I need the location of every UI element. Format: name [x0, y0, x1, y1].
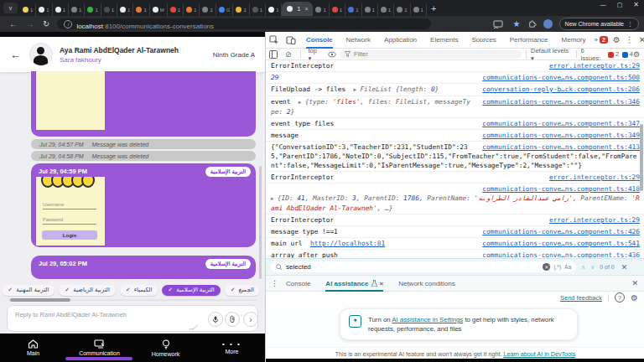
tab-sources[interactable]: Sources: [471, 32, 496, 49]
live-expression-eye-icon[interactable]: [328, 51, 336, 58]
message-bubble-text[interactable]: Jul 29, 05:02 PM التربية الإسلامية: [31, 256, 256, 279]
message-bubble-image[interactable]: [31, 71, 256, 137]
filter-chip[interactable]: التربية الرياضية✓: [59, 285, 116, 296]
source-link[interactable]: communications-conve…ns.component.ts:500: [482, 73, 640, 82]
chrome-menu-icon[interactable]: ⋮: [627, 21, 633, 28]
browser-tab[interactable]: 1: [101, 3, 117, 16]
browser-tab[interactable]: 1: [362, 3, 378, 16]
console-log-row[interactable]: communications-conve…ns.component.ts:413…: [266, 142, 644, 172]
inspect-element-icon[interactable]: [269, 35, 279, 45]
device-toolbar-icon[interactable]: [286, 35, 296, 45]
console-log-row[interactable]: error.interceptor.ts:29ErrorInterceptor: [266, 215, 644, 226]
tab-elements[interactable]: Elements: [430, 32, 458, 49]
browser-tab[interactable]: 1: [200, 3, 216, 16]
ai-settings-gear-icon[interactable]: ⚙: [631, 293, 638, 303]
console-log-row[interactable]: communications-conve…ns.component.ts:418…: [266, 184, 644, 215]
browser-tab[interactable]: 1: [233, 3, 249, 16]
ai-settings-link[interactable]: AI assistance in Settings: [392, 316, 463, 323]
drawer-menu-icon[interactable]: ⋮: [271, 279, 278, 287]
filter-chip[interactable]: الجميع✓: [225, 285, 260, 296]
mic-button[interactable]: [208, 312, 223, 327]
log-levels-selector[interactable]: Default levels ▾: [531, 47, 572, 62]
match-case-toggle[interactable]: Aa: [564, 264, 571, 270]
search-input[interactable]: selected ✕ (.*) Aa: [271, 261, 576, 272]
message-bubble-login-image[interactable]: Jul 29, 04:59 PM التربية الإسلامية Usern…: [31, 163, 256, 247]
profile-avatar[interactable]: [543, 19, 553, 28]
console-log-row[interactable]: conversation-reply-b…ck.component.ts:286…: [266, 84, 644, 96]
bookmark-star-icon[interactable]: ★: [513, 19, 521, 28]
source-link[interactable]: communications-conve…ns.component.ts:413: [482, 142, 640, 152]
console-log-row[interactable]: communications-conve…ns.component.ts:347…: [266, 118, 644, 130]
devtools-menu-icon[interactable]: ⋮: [626, 35, 634, 44]
site-info-icon[interactable]: i: [64, 20, 72, 28]
error-count-badge[interactable]: 2: [600, 36, 608, 44]
close-ai-tab-icon[interactable]: ×: [380, 280, 384, 287]
tab-console[interactable]: Console: [306, 32, 333, 49]
drawer-tab-console[interactable]: Console: [286, 275, 310, 292]
browser-tab[interactable]: 1: [133, 3, 149, 16]
browser-tab[interactable]: 1: [378, 3, 394, 16]
console-log-row[interactable]: communications-conve…ns.component.ts:436…: [266, 250, 644, 258]
nav-homework[interactable]: Homework: [132, 334, 199, 362]
console-log-row[interactable]: error.interceptor.ts:29ErrorInterceptor: [266, 172, 644, 184]
console-sidebar-icon[interactable]: [269, 50, 278, 59]
source-link[interactable]: communications-conve…ns.component.ts:418: [482, 184, 640, 194]
browser-tab[interactable]: G: [216, 3, 234, 16]
browser-tab[interactable]: 1: [330, 3, 345, 16]
regex-toggle[interactable]: (.*): [553, 264, 561, 270]
source-link[interactable]: communications-conve…ns.component.ts:426: [482, 227, 640, 236]
contact-subname[interactable]: Sara fakhoury: [60, 56, 179, 64]
console-log-area[interactable]: error.interceptor.ts:29ErrorInterceptorc…: [266, 60, 644, 258]
login-screenshot-image[interactable]: Username Password Login: [36, 177, 105, 246]
browser-tab[interactable]: M: [150, 3, 168, 16]
cast-icon[interactable]: [493, 19, 503, 29]
scrollbar-thumb[interactable]: [10, 298, 70, 302]
drawer-tab-network-conditions[interactable]: Network conditions: [398, 275, 455, 292]
search-next-icon[interactable]: ∨: [590, 264, 595, 271]
attach-button[interactable]: [225, 312, 240, 327]
nav-main[interactable]: Main: [0, 334, 66, 362]
console-scrollbar-thumb[interactable]: [640, 124, 643, 191]
filter-chip[interactable]: التربية الإسلامية✓: [162, 285, 220, 296]
browser-tab[interactable]: 1: [36, 3, 52, 16]
tab-application[interactable]: Application: [384, 32, 417, 49]
tab-close-icon[interactable]: ×: [304, 6, 308, 12]
source-link[interactable]: communications-conve…ns.component.ts:349: [482, 131, 640, 140]
console-filter-input[interactable]: Filter: [340, 50, 522, 59]
source-link[interactable]: communications-conve…ns.component.ts:346: [482, 97, 640, 106]
chat-scrollbar[interactable]: [259, 166, 262, 279]
source-link[interactable]: communications-conve…ns.component.ts:347: [482, 119, 640, 128]
browser-tab[interactable]: 1: [168, 3, 184, 16]
close-window-icon[interactable]: ✕: [633, 1, 639, 8]
active-tab[interactable]: 1 ×: [282, 2, 313, 16]
console-settings-gear-icon[interactable]: ⚙: [633, 50, 640, 59]
send-button[interactable]: ›: [243, 312, 258, 327]
console-log-row[interactable]: error.interceptor.ts:29ErrorInterceptor: [266, 60, 644, 72]
browser-tab[interactable]: 1: [266, 3, 282, 16]
maximize-icon[interactable]: ▢: [617, 2, 623, 8]
browser-tab[interactable]: 1: [394, 3, 410, 16]
source-link[interactable]: conversation-reply-b…ck.component.ts:286: [482, 85, 640, 94]
source-link[interactable]: communications-conve…ns.component.ts:541: [482, 239, 640, 248]
nav-more[interactable]: • • • More: [199, 334, 265, 362]
browser-tab[interactable]: 1: [250, 3, 266, 16]
new-tab-button[interactable]: +: [431, 3, 436, 13]
filter-chip[interactable]: التربية المهنية✓: [2, 285, 55, 296]
console-log-row[interactable]: communications-conve…ns.component.ts:426…: [266, 226, 644, 238]
reply-input[interactable]: Reply to Rami AbdElQader Al-Tarawneh ›: [7, 305, 258, 332]
browser-tab[interactable]: 1: [85, 3, 101, 16]
source-link[interactable]: error.interceptor.ts:29: [549, 215, 640, 225]
filter-chip[interactable]: الكيمياء✓: [120, 285, 158, 296]
tab-performance[interactable]: Performance: [510, 32, 548, 49]
reload-icon[interactable]: ↻: [43, 19, 49, 28]
console-log-row[interactable]: communications-conve…ns.component.ts:500…: [266, 72, 644, 84]
browser-tab[interactable]: 1: [117, 3, 133, 16]
browser-tab[interactable]: 1: [20, 3, 36, 16]
browser-tab[interactable]: 1: [69, 3, 85, 16]
help-icon[interactable]: ?: [615, 292, 625, 303]
forward-icon[interactable]: →: [26, 19, 34, 28]
console-log-row[interactable]: communications-conve…ns.component.ts:349…: [266, 130, 644, 142]
console-log-row[interactable]: communications-conve…ns.component.ts:541…: [266, 238, 644, 250]
close-devtools-icon[interactable]: ✕: [639, 35, 644, 44]
clear-search-icon[interactable]: ✕: [543, 263, 550, 271]
